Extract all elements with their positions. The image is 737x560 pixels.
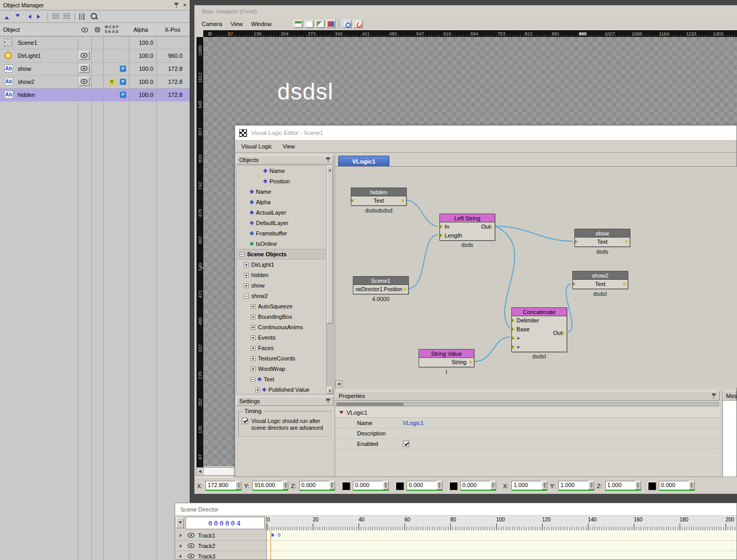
expand-icon[interactable]	[251, 315, 255, 319]
expand-icon[interactable]	[244, 273, 249, 278]
canvas-scroll-left-button[interactable]: ◀	[335, 380, 342, 388]
expand-icon[interactable]	[251, 335, 255, 340]
timeline-ruler[interactable]: 0 20 40 60 80 100 120 140 160 180 200	[266, 516, 736, 530]
column-alpha[interactable]: Alpha	[133, 27, 148, 33]
collapse-icon[interactable]	[251, 377, 255, 382]
xpos-value[interactable]: 172.8	[157, 66, 182, 72]
tree-item[interactable]: Name	[237, 186, 333, 197]
tree-item[interactable]: Framebuffer	[237, 228, 333, 239]
close-icon[interactable]: ×	[183, 2, 187, 8]
scale-z-input[interactable]: 1.000	[605, 481, 635, 490]
spin-up-button[interactable]	[542, 481, 547, 486]
color-swatch[interactable]	[648, 482, 656, 490]
track-row-3[interactable]: Track3	[175, 551, 266, 560]
object-name[interactable]: Scene1	[18, 40, 37, 46]
menu-window[interactable]: Window	[251, 21, 272, 27]
color-swatch[interactable]	[342, 482, 350, 490]
frame-counter[interactable]: 000004	[186, 517, 265, 529]
object-name[interactable]: DirLight1	[18, 53, 41, 59]
spin-up-button[interactable]	[689, 481, 695, 486]
node-concatenate[interactable]: Concatenate Delimiter Base +	[511, 307, 567, 352]
node-show[interactable]: show Text	[574, 229, 630, 247]
position-z-input[interactable]: 0.000	[299, 481, 329, 490]
track-name[interactable]: Track3	[198, 553, 215, 559]
spin-up-button[interactable]	[383, 481, 389, 486]
output-port[interactable]	[404, 287, 408, 291]
wire-hidden-to-leftstring[interactable]	[406, 200, 438, 226]
eye-icon[interactable]	[188, 533, 194, 538]
input-port[interactable]	[573, 282, 578, 286]
track-row-1[interactable]: Track1	[175, 530, 266, 541]
node-left-string[interactable]: Left String In Length Out	[439, 214, 495, 241]
tree-item[interactable]: show2	[237, 291, 333, 301]
pin-icon[interactable]	[326, 398, 330, 404]
scene-director-titlebar[interactable]: Scene Director	[175, 503, 736, 516]
expand-icon[interactable]	[251, 304, 255, 309]
spin-down-button[interactable]	[689, 486, 695, 490]
playhead[interactable]	[271, 530, 271, 559]
input-port[interactable]	[512, 345, 517, 349]
rotation-x-input[interactable]: 0.000	[353, 481, 383, 490]
tree-item[interactable]: Text	[237, 374, 333, 384]
viewport-titlebar[interactable]: Main Viewport (Front)	[194, 5, 737, 18]
visibility-toggle[interactable]	[79, 64, 90, 73]
output-port[interactable]	[402, 198, 407, 203]
scale-x-input[interactable]: 1.000	[511, 481, 542, 490]
position-y-input[interactable]: 916.000	[252, 481, 282, 490]
visibility-toggle[interactable]	[79, 51, 90, 60]
layout-panel-icon[interactable]	[293, 20, 303, 28]
timeline-area[interactable]: 0	[266, 530, 736, 559]
pin-icon[interactable]	[326, 157, 330, 163]
expand-track-icon[interactable]	[180, 554, 183, 557]
expand-icon[interactable]	[251, 367, 255, 371]
node-concatenate-header[interactable]: Concatenate	[512, 308, 567, 316]
spin-down-button[interactable]	[542, 486, 547, 490]
navigation-icon[interactable]	[342, 20, 352, 28]
tree-item[interactable]: AutoSqueeze	[237, 301, 333, 312]
node-string-value[interactable]: String Value String	[419, 349, 474, 367]
render-panel-icon[interactable]	[326, 20, 336, 28]
logic-canvas[interactable]: hidden Text dsdsdsdsd Left String In	[335, 167, 737, 388]
eye-icon[interactable]	[188, 543, 194, 548]
track-row-2[interactable]: Track2	[175, 541, 266, 551]
eye-icon[interactable]	[81, 28, 88, 32]
tree-item[interactable]: Position	[237, 176, 333, 186]
output-port[interactable]	[470, 360, 474, 364]
collapse-triangle-icon[interactable]	[339, 411, 343, 416]
input-port[interactable]	[512, 327, 517, 331]
p-badge[interactable]: P	[120, 66, 126, 72]
pin-icon[interactable]	[711, 393, 716, 399]
expand-icon[interactable]	[255, 388, 260, 392]
input-port[interactable]	[440, 225, 445, 229]
expand-icon[interactable]	[251, 325, 255, 330]
spin-up-button[interactable]	[282, 481, 288, 486]
expand-icon[interactable]	[251, 346, 255, 351]
tree-item-scene-objects[interactable]: Scene Objects	[237, 249, 333, 259]
spin-down-button[interactable]	[437, 486, 443, 490]
column-xpos[interactable]: X-Pos	[165, 27, 180, 33]
rotation-y-input[interactable]: 0.000	[407, 481, 437, 490]
tree-item[interactable]: WordWrap	[237, 364, 333, 374]
output-port[interactable]	[490, 225, 495, 229]
p-badge[interactable]: P	[120, 79, 126, 85]
collapse-icon[interactable]	[240, 252, 244, 257]
tree-item[interactable]: show	[237, 280, 333, 291]
scroll-thumb[interactable]	[327, 172, 333, 323]
object-row-show2[interactable]: Ab show2 C P 100.0 172.8	[0, 76, 190, 89]
color-swatch[interactable]	[396, 482, 404, 490]
search-button[interactable]	[89, 12, 99, 21]
node-scene1[interactable]: Scene1 neDirector1.Position	[353, 276, 409, 294]
alpha-value[interactable]: 100.0	[130, 79, 153, 85]
properties-scrollbar[interactable]	[336, 402, 719, 406]
extra-input[interactable]: 0.000	[659, 481, 689, 490]
scroll-track[interactable]	[204, 467, 236, 476]
enabled-checkbox[interactable]	[403, 441, 409, 447]
menu-view[interactable]: View	[230, 21, 243, 27]
object-row-hidden[interactable]: Ab hidden P 100.0 172.8	[0, 89, 190, 102]
tree-item[interactable]: Faces	[237, 343, 333, 353]
input-port[interactable]	[512, 318, 517, 322]
tree-item[interactable]: Events	[237, 332, 333, 343]
spin-up-button[interactable]	[490, 481, 496, 486]
alpha-value[interactable]: 100.0	[130, 92, 153, 98]
column-render[interactable]	[95, 27, 100, 32]
